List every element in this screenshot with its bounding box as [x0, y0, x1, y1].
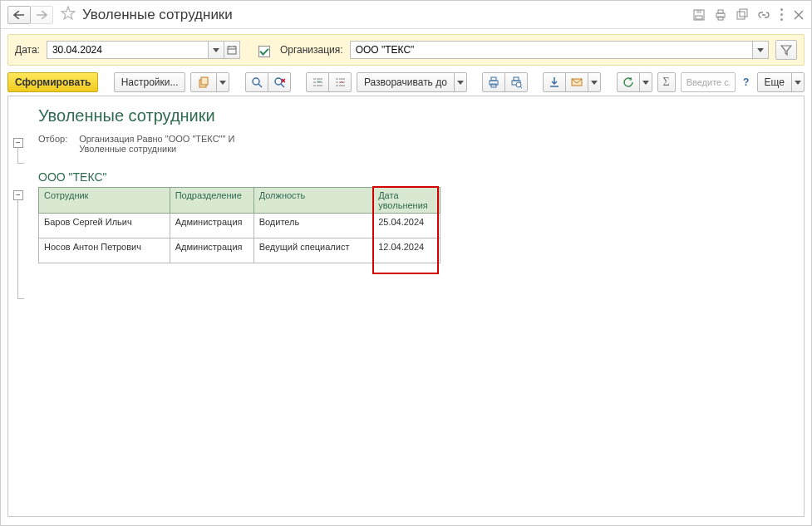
col-header-date: Дата увольнения: [373, 188, 440, 214]
date-input[interactable]: [47, 41, 209, 59]
find-button[interactable]: [245, 72, 268, 92]
report-filter-caption: Отбор:: [38, 134, 67, 154]
send-email-button[interactable]: [565, 72, 588, 92]
arrow-right-icon: [36, 11, 47, 19]
more-dropdown[interactable]: [791, 72, 805, 92]
favorite-star-icon[interactable]: [61, 6, 76, 23]
expand-to-label: Разворачивать до: [364, 76, 447, 88]
nav-back-button[interactable]: [7, 6, 31, 24]
save-icon[interactable]: [692, 8, 706, 22]
cell-date: 25.04.2024: [373, 214, 440, 238]
generate-button-label: Сформировать: [15, 76, 91, 88]
collapse-all-button[interactable]: [328, 72, 352, 92]
org-checkbox[interactable]: [258, 46, 270, 57]
calendar-icon: [227, 45, 237, 55]
col-header-employee: Сотрудник: [39, 188, 170, 214]
cell-date: 12.04.2024: [373, 238, 440, 263]
help-button[interactable]: ?: [741, 75, 752, 90]
print-preview-button[interactable]: [504, 72, 528, 92]
svg-point-16: [275, 78, 282, 85]
table-header-row: Сотрудник Подразделение Должность Дата у…: [39, 188, 440, 214]
collapse-tree-icon: [334, 76, 346, 88]
close-icon[interactable]: [793, 9, 805, 21]
save-file-button[interactable]: [543, 72, 566, 92]
org-input[interactable]: [350, 41, 753, 59]
cell-position: Ведущий специалист: [253, 238, 372, 263]
variants-dropdown[interactable]: [216, 72, 229, 92]
svg-rect-6: [737, 12, 745, 19]
expand-all-button[interactable]: [306, 72, 329, 92]
export-group: [543, 72, 601, 92]
report-content: Уволенные сотрудники Отбор: Организация …: [33, 96, 804, 516]
period-button[interactable]: [617, 72, 640, 92]
date-field: [47, 41, 240, 59]
expand-to-group: Разворачивать до: [357, 72, 467, 92]
date-calendar-button[interactable]: [224, 41, 240, 59]
arrow-left-icon: [13, 11, 25, 19]
generate-button[interactable]: Сформировать: [7, 72, 98, 92]
sigma-group: [617, 72, 652, 92]
variants-button[interactable]: [190, 72, 217, 92]
print-button[interactable]: [482, 72, 505, 92]
chevron-down-icon: [795, 81, 801, 85]
period-dropdown[interactable]: [639, 72, 652, 92]
svg-rect-13: [201, 77, 208, 85]
expand-to-button[interactable]: Разворачивать до: [357, 72, 455, 92]
more-menu-icon[interactable]: [779, 8, 785, 21]
svg-rect-8: [228, 47, 236, 54]
svg-rect-1: [696, 10, 701, 13]
sigma-icon: Σ: [663, 76, 670, 89]
quick-search-input[interactable]: [685, 76, 731, 88]
cell-employee: Баров Сергей Ильич: [39, 214, 170, 238]
filter-bar: Дата: Организация:: [7, 34, 805, 66]
quick-search[interactable]: [681, 72, 736, 92]
expand-tree-icon: [312, 76, 323, 88]
cell-employee: Носов Антон Петрович: [39, 238, 170, 263]
report-table: Сотрудник Подразделение Должность Дата у…: [38, 187, 440, 263]
sum-button[interactable]: Σ: [657, 72, 676, 92]
report-filter-row: Отбор: Организация Равно "ООО "ТЕКС"" И …: [38, 134, 795, 154]
report-title: Уволенные сотрудники: [38, 106, 795, 125]
chevron-down-icon: [219, 81, 226, 85]
expand-to-dropdown[interactable]: [454, 72, 467, 92]
send-dropdown[interactable]: [588, 72, 601, 92]
download-icon: [549, 76, 560, 88]
cell-department: Администрация: [170, 214, 253, 238]
variants-group: [190, 72, 229, 92]
svg-point-14: [253, 78, 259, 85]
settings-button[interactable]: Настройки...: [114, 72, 186, 92]
report-org-heading: ООО "ТЕКС": [38, 170, 795, 184]
settings-button-label: Настройки...: [121, 76, 179, 88]
org-dropdown-button[interactable]: [752, 41, 769, 59]
search-cancel-icon: [273, 76, 285, 88]
date-label: Дата:: [15, 44, 40, 56]
new-window-icon[interactable]: [736, 8, 749, 22]
print-preview-icon: [510, 76, 522, 88]
nav-forward-button[interactable]: [30, 6, 53, 24]
svg-line-26: [520, 86, 522, 88]
svg-rect-24: [514, 77, 519, 81]
report-scroll[interactable]: − − Уволенные сотрудники Отбор: Организа…: [8, 96, 804, 516]
col-header-position: Должность: [253, 188, 372, 214]
svg-rect-7: [740, 9, 747, 17]
table-row[interactable]: Баров Сергей Ильич Администрация Водител…: [39, 214, 440, 238]
link-icon[interactable]: [757, 8, 770, 22]
title-bar: Уволенные сотрудники: [1, 1, 811, 29]
cell-department: Администрация: [170, 238, 253, 263]
date-dropdown-button[interactable]: [208, 41, 224, 59]
svg-rect-4: [718, 10, 723, 13]
print-header-icon[interactable]: [714, 8, 727, 22]
funnel-icon: [780, 44, 792, 56]
expand-collapse-group: [306, 72, 352, 92]
find-prev-button[interactable]: [268, 72, 291, 92]
chevron-down-icon: [642, 81, 649, 85]
outline-toggle-2[interactable]: −: [13, 190, 23, 200]
copy-icon: [198, 76, 209, 88]
search-icon: [251, 76, 263, 88]
svg-rect-2: [696, 16, 702, 19]
table-row[interactable]: Носов Антон Петрович Администрация Ведущ…: [39, 238, 440, 263]
outline-gutter: − −: [8, 96, 33, 516]
more-button[interactable]: Еще: [757, 72, 792, 92]
filter-settings-button[interactable]: [775, 40, 797, 60]
outline-toggle-1[interactable]: −: [13, 138, 23, 148]
